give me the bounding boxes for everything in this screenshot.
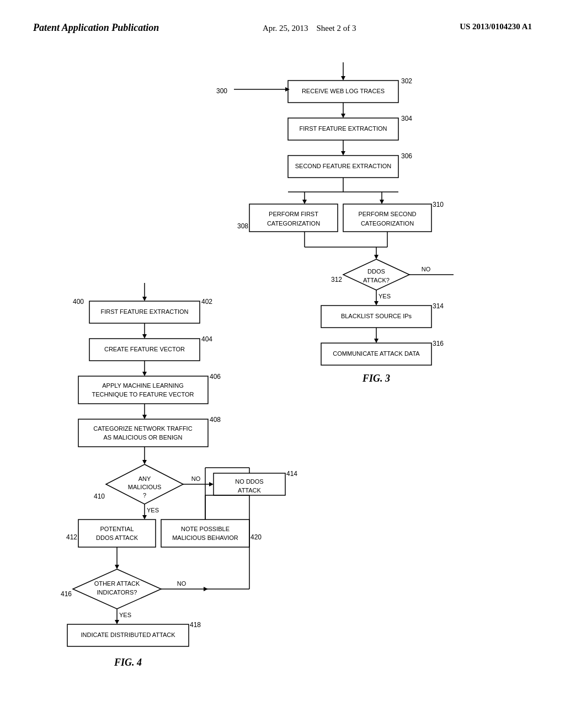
svg-text:420: 420 [250, 533, 262, 541]
svg-text:NOTE POSSIBLE: NOTE POSSIBLE [181, 525, 230, 532]
svg-text:ANY: ANY [138, 475, 151, 481]
svg-text:410: 410 [94, 493, 105, 500]
svg-text:400: 400 [73, 298, 84, 306]
svg-text:INDICATORS?: INDICATORS? [97, 588, 137, 595]
svg-text:?: ? [143, 491, 146, 498]
svg-text:306: 306 [401, 152, 412, 160]
svg-marker-35 [343, 259, 409, 290]
svg-text:312: 312 [331, 276, 342, 283]
svg-text:YES: YES [379, 292, 391, 299]
svg-rect-97 [78, 520, 156, 547]
svg-text:304: 304 [401, 115, 412, 122]
diagram-area: RECEIVE WEB LOG TRACES 302 FIRST FEATURE… [33, 51, 532, 686]
svg-text:416: 416 [61, 590, 72, 598]
svg-text:YES: YES [119, 611, 131, 618]
svg-text:402: 402 [201, 298, 212, 306]
svg-text:CATEGORIZATION: CATEGORIZATION [361, 220, 414, 226]
svg-text:316: 316 [433, 340, 444, 347]
svg-text:300: 300 [216, 87, 227, 95]
svg-text:NO: NO [177, 580, 186, 586]
svg-text:BLACKLIST SOURCE IPs: BLACKLIST SOURCE IPs [341, 312, 412, 319]
svg-marker-48 [374, 339, 379, 343]
svg-marker-20 [380, 200, 384, 204]
svg-text:COMMUNICATE ATTACK DATA: COMMUNICATE ATTACK DATA [333, 350, 420, 356]
page: Patent Application Publication Apr. 25, … [0, 0, 565, 728]
svg-marker-75 [142, 415, 147, 419]
svg-text:CATEGORIZE NETWORK TRAFFIC: CATEGORIZE NETWORK TRAFFIC [93, 425, 192, 431]
svg-text:DDOS ATTACK: DDOS ATTACK [96, 534, 138, 540]
svg-text:MALICIOUS: MALICIOUS [128, 483, 162, 490]
svg-marker-34 [374, 255, 379, 259]
svg-marker-18 [302, 200, 307, 204]
svg-text:NO: NO [422, 265, 431, 272]
svg-text:OTHER ATTACK: OTHER ATTACK [94, 580, 140, 586]
patent-diagram: RECEIVE WEB LOG TRACES 302 FIRST FEATURE… [33, 51, 532, 686]
svg-text:418: 418 [190, 621, 201, 629]
svg-text:NO: NO [191, 475, 201, 481]
svg-text:PERFORM SECOND: PERFORM SECOND [358, 210, 416, 217]
svg-text:FIRST FEATURE EXTRACTION: FIRST FEATURE EXTRACTION [299, 125, 387, 131]
svg-text:ATTACK: ATTACK [238, 486, 261, 493]
svg-text:APPLY MACHINE LEARNING: APPLY MACHINE LEARNING [102, 382, 184, 388]
svg-text:PERFORM FIRST: PERFORM FIRST [269, 210, 318, 217]
svg-marker-81 [142, 460, 147, 464]
svg-text:POTENTIAL: POTENTIAL [100, 525, 134, 532]
svg-text:ATTACK?: ATTACK? [363, 276, 390, 283]
svg-text:AS MALICIOUS OR BENIGN: AS MALICIOUS OR BENIGN [103, 433, 182, 440]
svg-marker-11 [341, 151, 345, 156]
svg-rect-25 [343, 204, 431, 232]
svg-text:414: 414 [286, 470, 297, 478]
svg-marker-106 [115, 565, 119, 569]
svg-text:310: 310 [433, 201, 444, 208]
svg-text:308: 308 [237, 222, 248, 230]
svg-rect-76 [78, 419, 208, 447]
patent-number: US 2013/0104230 A1 [460, 22, 532, 31]
svg-text:YES: YES [147, 506, 159, 513]
svg-text:MALICIOUS BEHAVIOR: MALICIOUS BEHAVIOR [172, 534, 238, 540]
svg-marker-42 [374, 301, 379, 306]
svg-marker-1 [341, 76, 345, 81]
svg-text:314: 314 [433, 302, 444, 310]
svg-text:302: 302 [401, 77, 412, 85]
date-sheet: Apr. 25, 2013 Sheet 2 of 3 [263, 22, 356, 35]
page-header: Patent Application Publication Apr. 25, … [33, 22, 532, 35]
svg-text:408: 408 [210, 416, 221, 424]
svg-text:CATEGORIZATION: CATEGORIZATION [267, 220, 320, 226]
svg-text:CREATE FEATURE VECTOR: CREATE FEATURE VECTOR [104, 345, 185, 352]
svg-text:FIG. 4: FIG. 4 [114, 657, 142, 668]
svg-text:DDOS: DDOS [367, 267, 385, 274]
svg-text:SECOND FEATURE EXTRACTION: SECOND FEATURE EXTRACTION [295, 162, 392, 169]
svg-text:INDICATE DISTRIBUTED ATTACK: INDICATE DISTRIBUTED ATTACK [81, 631, 175, 638]
svg-marker-64 [142, 334, 147, 339]
svg-text:412: 412 [66, 533, 77, 541]
svg-text:RECEIVE WEB LOG TRACES: RECEIVE WEB LOG TRACES [302, 87, 385, 94]
svg-text:406: 406 [210, 373, 221, 381]
svg-marker-59 [142, 297, 147, 301]
svg-text:FIRST FEATURE EXTRACTION: FIRST FEATURE EXTRACTION [100, 308, 188, 314]
svg-text:FIG. 3: FIG. 3 [362, 373, 390, 384]
svg-marker-6 [341, 114, 345, 118]
svg-marker-95 [142, 515, 147, 520]
svg-rect-70 [78, 376, 208, 404]
svg-text:NO DDOS: NO DDOS [235, 478, 263, 484]
svg-marker-69 [142, 372, 147, 376]
svg-rect-101 [161, 520, 249, 547]
svg-marker-88 [209, 482, 214, 486]
svg-rect-21 [249, 204, 338, 232]
svg-marker-120 [115, 620, 119, 624]
svg-text:TECHNIQUE TO FEATURE VECTOR: TECHNIQUE TO FEATURE VECTOR [92, 390, 194, 397]
svg-text:404: 404 [201, 335, 212, 343]
publication-label: Patent Application Publication [33, 22, 159, 34]
